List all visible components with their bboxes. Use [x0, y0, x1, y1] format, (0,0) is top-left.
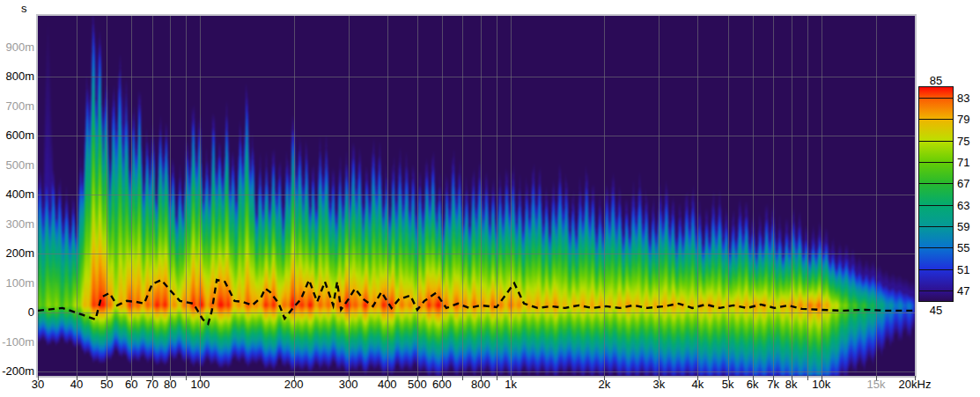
x-tick-mark [186, 376, 187, 380]
legend-band-divider [919, 162, 953, 163]
legend-band-divider [919, 183, 953, 184]
legend-color-bar [918, 86, 954, 302]
legend-scale-label: 55 [957, 241, 969, 254]
legend-scale-label: 83 [957, 92, 969, 105]
legend-band-divider [919, 141, 953, 142]
x-tick-mark [107, 376, 107, 380]
legend-band-divider [919, 226, 953, 227]
legend-scale-label: 71 [957, 156, 969, 169]
x-tick-mark [822, 376, 822, 380]
x-tick-mark [131, 376, 132, 380]
legend-scale-label: 75 [957, 135, 969, 148]
legend-max-label: 85 [918, 74, 954, 87]
x-tick-mark [659, 376, 659, 380]
plot-area[interactable] [36, 14, 917, 378]
x-tick-mark [773, 376, 774, 380]
x-tick-mark [417, 376, 418, 380]
y-tick-label: 900m [0, 40, 34, 54]
x-tick-mark [497, 376, 497, 380]
x-tick-mark [294, 376, 295, 380]
legend-band-divider [919, 269, 953, 270]
y-tick-label: 700m [0, 99, 34, 113]
x-tick-mark [200, 376, 201, 380]
y-tick-label: 600m [0, 129, 34, 142]
x-tick-mark [697, 376, 698, 380]
y-tick-label: -200m [0, 364, 34, 378]
x-tick-mark [753, 376, 754, 380]
x-tick-mark [604, 376, 605, 380]
legend-scale-label: 63 [957, 199, 969, 212]
y-tick-label: 100m [0, 276, 34, 290]
y-tick-label: 400m [0, 187, 34, 201]
y-tick-label: 500m [0, 158, 34, 172]
spectrogram-canvas[interactable] [38, 16, 915, 376]
x-tick-mark [170, 376, 171, 380]
x-tick-mark [481, 376, 482, 380]
x-tick-mark [792, 376, 792, 380]
x-tick-mark [77, 376, 77, 380]
x-tick-mark [915, 376, 916, 380]
legend-scale-label: 59 [957, 220, 969, 233]
legend-min-label: 45 [918, 304, 954, 317]
x-tick-mark [876, 376, 877, 380]
y-tick-label: 0 [0, 305, 34, 319]
y-tick-label: 800m [0, 70, 34, 83]
legend-band-divider [919, 119, 953, 120]
legend-band-divider [919, 247, 953, 248]
y-tick-label: -100m [0, 335, 34, 349]
x-tick-mark [728, 376, 729, 380]
legend-band-divider [919, 290, 953, 291]
x-tick-mark [387, 376, 388, 380]
x-tick-mark [152, 376, 153, 380]
color-scale-legend: 85 83797571676359555147 45 [918, 74, 976, 322]
x-tick-mark [462, 376, 463, 380]
y-tick-label: 300m [0, 217, 34, 231]
x-tick-mark [442, 376, 443, 380]
x-tick-mark [38, 376, 39, 380]
x-tick-mark [349, 376, 350, 380]
y-axis-unit-label: s [21, 2, 27, 15]
legend-scale-label: 47 [957, 284, 969, 298]
spectrogram-panel: s 900m800m700m600m500m400m300m200m100m0-… [0, 0, 980, 397]
legend-scale-label: 79 [957, 113, 969, 126]
legend-band-divider [919, 205, 953, 206]
legend-scale-label: 67 [957, 177, 969, 190]
legend-scale-label: 51 [957, 263, 969, 276]
legend-band-divider [919, 98, 953, 99]
y-tick-label: 200m [0, 246, 34, 260]
x-tick-mark [511, 376, 512, 380]
x-tick-mark [807, 376, 808, 380]
